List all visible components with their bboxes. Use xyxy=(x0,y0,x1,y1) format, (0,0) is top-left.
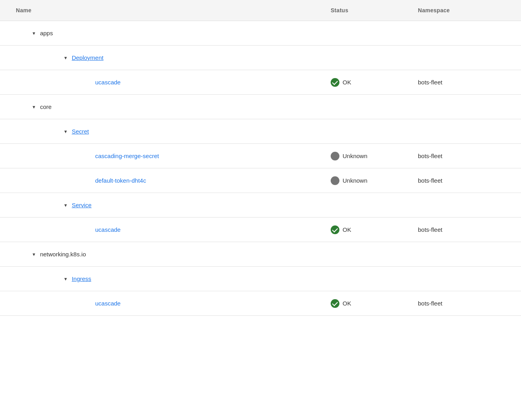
item-row: default-token-dht4c xyxy=(16,177,331,184)
item-row: ucascade xyxy=(16,79,331,86)
group-row: ▼ core xyxy=(16,103,331,110)
type-row: ▼ Ingress xyxy=(16,275,331,282)
group-label: apps xyxy=(40,30,53,36)
col-header-name: Name xyxy=(16,7,331,13)
item-name-link[interactable]: ucascade xyxy=(95,300,121,307)
col-header-namespace: Namespace xyxy=(418,7,505,13)
table-row[interactable]: cascading-merge-secret Unknown bots-flee… xyxy=(0,144,521,168)
status-label: Unknown xyxy=(343,177,368,184)
status-cell: OK xyxy=(331,299,418,308)
type-row: ▼ Secret xyxy=(16,128,331,135)
type-label[interactable]: Service xyxy=(72,202,92,208)
table-row[interactable]: ▼ Service xyxy=(0,193,521,218)
status-ok-icon xyxy=(331,225,339,234)
status-label: OK xyxy=(343,79,351,86)
table-row[interactable]: ucascade OK bots-fleet xyxy=(0,218,521,242)
namespace-cell: bots-fleet xyxy=(418,300,505,307)
type-label[interactable]: Ingress xyxy=(72,275,91,282)
status-cell: OK xyxy=(331,225,418,234)
status-label: Unknown xyxy=(343,153,368,159)
resource-table: Name Status Namespace ▼ apps ▼ Deploymen… xyxy=(0,0,521,420)
table-row[interactable]: ▼ Ingress xyxy=(0,267,521,291)
namespace-cell: bots-fleet xyxy=(418,153,505,159)
chevron-icon: ▼ xyxy=(32,31,36,36)
type-label[interactable]: Deployment xyxy=(72,54,103,61)
table-row[interactable]: default-token-dht4c Unknown bots-fleet xyxy=(0,168,521,193)
chevron-icon: ▼ xyxy=(63,203,68,208)
type-row: ▼ Service xyxy=(16,202,331,208)
namespace-cell: bots-fleet xyxy=(418,79,505,86)
status-unknown-icon xyxy=(331,152,339,160)
status-ok-icon xyxy=(331,299,339,308)
group-label: core xyxy=(40,103,52,110)
chevron-icon: ▼ xyxy=(63,277,68,281)
group-row: ▼ networking.k8s.io xyxy=(16,251,331,258)
table-row[interactable]: ucascade OK bots-fleet xyxy=(0,291,521,316)
chevron-icon: ▼ xyxy=(63,129,68,134)
chevron-icon: ▼ xyxy=(32,252,36,257)
table-row: ▼ networking.k8s.io xyxy=(0,242,521,267)
namespace-cell: bots-fleet xyxy=(418,226,505,233)
status-label: OK xyxy=(343,300,351,307)
type-row: ▼ Deployment xyxy=(16,54,331,61)
item-name-link[interactable]: ucascade xyxy=(95,226,121,233)
status-cell: OK xyxy=(331,78,418,87)
table-row[interactable]: ▼ Deployment xyxy=(0,46,521,70)
table-row: ▼ apps xyxy=(0,21,521,46)
status-unknown-icon xyxy=(331,176,339,185)
group-label: networking.k8s.io xyxy=(40,251,86,258)
item-name-link[interactable]: cascading-merge-secret xyxy=(95,153,159,159)
table-row[interactable]: ▼ Secret xyxy=(0,119,521,144)
status-ok-icon xyxy=(331,78,339,87)
status-cell: Unknown xyxy=(331,176,418,185)
table-row[interactable]: ucascade OK bots-fleet xyxy=(0,70,521,95)
chevron-icon: ▼ xyxy=(63,55,68,60)
table-body: ▼ apps ▼ Deployment ucascade OK bots-fle… xyxy=(0,21,521,316)
item-row: ucascade xyxy=(16,300,331,307)
type-label[interactable]: Secret xyxy=(72,128,89,135)
namespace-cell: bots-fleet xyxy=(418,177,505,184)
col-header-status: Status xyxy=(331,7,418,13)
item-row: cascading-merge-secret xyxy=(16,153,331,159)
table-header: Name Status Namespace xyxy=(0,0,521,21)
group-row: ▼ apps xyxy=(16,30,331,36)
item-name-link[interactable]: default-token-dht4c xyxy=(95,177,146,184)
chevron-icon: ▼ xyxy=(32,105,36,109)
item-row: ucascade xyxy=(16,226,331,233)
status-label: OK xyxy=(343,226,351,233)
item-name-link[interactable]: ucascade xyxy=(95,79,121,86)
status-cell: Unknown xyxy=(331,152,418,160)
table-row: ▼ core xyxy=(0,95,521,119)
